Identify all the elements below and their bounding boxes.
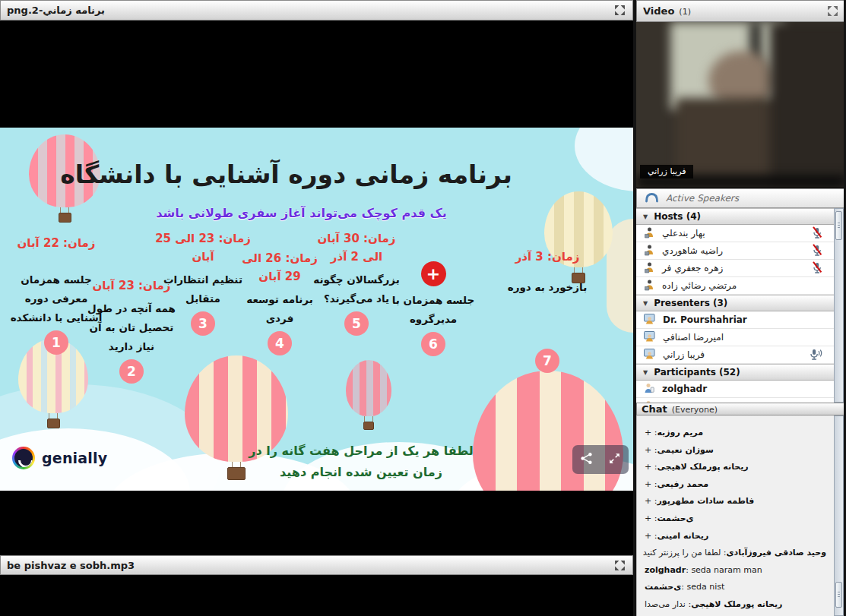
host-icon bbox=[643, 226, 655, 241]
chat-message-list[interactable]: مریم روزبه: + سوزان نعیمی: + ریحانه پورم… bbox=[636, 415, 834, 616]
step-text: جلسه همزمان با مدیرگروه bbox=[386, 291, 480, 329]
attendee-row[interactable]: اميررضا اصنافي bbox=[636, 329, 834, 346]
attendee-list: ▼ Hosts (4) بهار بندعلي راضيه شاهوردي زه… bbox=[636, 208, 834, 403]
webcam-name-label: فريبا زراني bbox=[640, 165, 693, 178]
step-date: زمان: 3 آذر bbox=[493, 248, 602, 266]
chat-message: ریحانه امینی: + bbox=[645, 528, 826, 545]
step-number-badge: 1 bbox=[44, 330, 68, 355]
chevron-down-icon[interactable]: ▼ bbox=[643, 369, 648, 376]
attendee-row[interactable]: بهار بندعلي bbox=[636, 225, 834, 242]
chat-message: وحید صادقی فیروزآبادی: لطفا من را پرزنتر… bbox=[645, 545, 826, 562]
slide-footer-note: لطفا هر یک از مراحل هفت گانه را در زمان … bbox=[245, 441, 477, 483]
share-pod-title: برنامه زماني-2.png bbox=[7, 5, 105, 16]
plus-badge[interactable]: + bbox=[421, 261, 446, 286]
participant-icon bbox=[643, 382, 655, 396]
chat-message: مریم روزبه: + bbox=[645, 425, 826, 442]
mic-muted-icon[interactable] bbox=[812, 261, 822, 276]
step-text: بازخورد به دوره bbox=[493, 278, 602, 297]
mic-active-icon[interactable] bbox=[810, 348, 822, 362]
chat-message: ی‌حشمت: + bbox=[645, 510, 826, 528]
attendee-row[interactable]: Dr. Pourshahriar bbox=[636, 311, 834, 329]
audio-pod-content bbox=[0, 575, 633, 616]
attendee-row[interactable]: راضيه شاهوردي bbox=[636, 242, 834, 260]
step-number-badge: 7 bbox=[535, 349, 559, 373]
fullscreen-icon[interactable] bbox=[613, 559, 626, 571]
chevron-down-icon[interactable]: ▼ bbox=[643, 300, 648, 307]
slide-action-buttons bbox=[572, 445, 629, 474]
audio-pod-title: be pishvaz e sobh.mp3 bbox=[7, 560, 135, 571]
step-number-badge: 2 bbox=[119, 359, 144, 384]
chat-pod-title: Chat bbox=[642, 403, 667, 415]
hosts-group-header[interactable]: ▼ Hosts (4) bbox=[636, 208, 834, 225]
attendee-row[interactable]: زهره جعفري فر bbox=[636, 260, 834, 277]
chat-message: محمد رفیعی: + bbox=[645, 476, 826, 494]
host-icon bbox=[643, 244, 655, 258]
step-number-badge: 4 bbox=[268, 331, 292, 355]
hot-air-balloon bbox=[346, 360, 391, 430]
attendee-row[interactable]: فريبا زراني bbox=[636, 346, 834, 364]
slide-title: برنامه زمانی دوره آشنایی با دانشگاه bbox=[30, 160, 542, 189]
attendees-scrollbar-thumb[interactable] bbox=[835, 211, 842, 240]
chevron-down-icon[interactable]: ▼ bbox=[643, 213, 648, 220]
step-number-badge: 5 bbox=[344, 311, 369, 336]
step-number-badge: 3 bbox=[191, 311, 215, 336]
chat-scope-label: (Everyone) bbox=[672, 405, 718, 415]
active-speakers-bar: Active Speakers bbox=[636, 188, 846, 208]
chat-message: فاطمه سادات مطهرپور: + bbox=[645, 493, 826, 510]
dark-background bbox=[770, 22, 846, 185]
fullscreen-icon[interactable] bbox=[825, 5, 839, 17]
timeline-step-7: زمان: 3 آذر بازخورد به دوره 7 bbox=[493, 248, 602, 373]
step-date: زمان: 22 آبان bbox=[6, 234, 106, 252]
presenter-icon bbox=[643, 313, 656, 327]
genially-logo-icon bbox=[12, 447, 35, 469]
share-pod-content: برنامه زمانی دوره آشنایی با دانشگاه یک ق… bbox=[0, 21, 633, 554]
genially-wordmark: genially bbox=[42, 450, 107, 466]
chat-message: ریحانه پورملک لاهیجی: + bbox=[645, 459, 826, 476]
share-icon[interactable] bbox=[580, 452, 593, 468]
chat-scrollbar-thumb[interactable] bbox=[835, 582, 842, 608]
timeline-step-6: + جلسه همزمان با مدیرگروه 6 bbox=[386, 261, 480, 356]
expand-arrows-icon[interactable] bbox=[608, 452, 621, 468]
audio-pod-header: be pishvaz e sobh.mp3 bbox=[0, 555, 633, 575]
genially-branding[interactable]: genially bbox=[12, 447, 107, 469]
slide-subtitle: یک قدم کوچک می‌تواند آغاز سفری طولانی با… bbox=[76, 206, 527, 220]
share-pod-header: برنامه زماني-2.png bbox=[0, 0, 633, 21]
video-pod-title: Video bbox=[643, 5, 674, 17]
step-number-badge: 6 bbox=[421, 332, 445, 356]
chat-message: ریحانه پورملک لاهیجی: ندار می‌صدا bbox=[645, 596, 826, 614]
host-icon bbox=[643, 279, 655, 293]
mic-muted-icon[interactable] bbox=[812, 244, 822, 258]
fullscreen-icon[interactable] bbox=[613, 5, 626, 17]
participants-group-header[interactable]: ▼ Participants (52) bbox=[636, 364, 834, 381]
chat-scrollbar[interactable] bbox=[834, 415, 844, 616]
phone-icon bbox=[645, 191, 659, 205]
attendee-row[interactable]: zolghadr bbox=[636, 381, 834, 398]
mic-muted-icon[interactable] bbox=[812, 226, 822, 241]
chat-message: سوزان نعیمی: + bbox=[645, 442, 826, 460]
host-icon bbox=[643, 261, 655, 276]
cloud bbox=[575, 128, 633, 191]
chat-message: ی‌حشمت: seda nist bbox=[645, 579, 826, 596]
attendees-scrollbar[interactable] bbox=[834, 208, 844, 403]
presenters-group-header[interactable]: ▼ Presenters (3) bbox=[636, 295, 834, 311]
video-pod-header: Video (1) bbox=[636, 0, 846, 22]
presenter-icon bbox=[643, 348, 656, 362]
presenter-icon bbox=[643, 330, 656, 345]
active-speakers-label: Active Speakers bbox=[666, 193, 739, 204]
attendee-row[interactable]: مرتضي رضائي زاده bbox=[636, 277, 834, 295]
step-date: زمان: 30 آبان الی 2 آذر bbox=[307, 229, 406, 266]
presentation-slide[interactable]: برنامه زمانی دوره آشنایی با دانشگاه یک ق… bbox=[0, 128, 633, 491]
video-count-badge: (1) bbox=[679, 7, 691, 17]
webcam-video[interactable]: فريبا زراني bbox=[636, 22, 846, 188]
chat-pod-header: Chat (Everyone) bbox=[636, 403, 846, 415]
chat-message: zolghadr: seda naram man bbox=[645, 562, 826, 580]
